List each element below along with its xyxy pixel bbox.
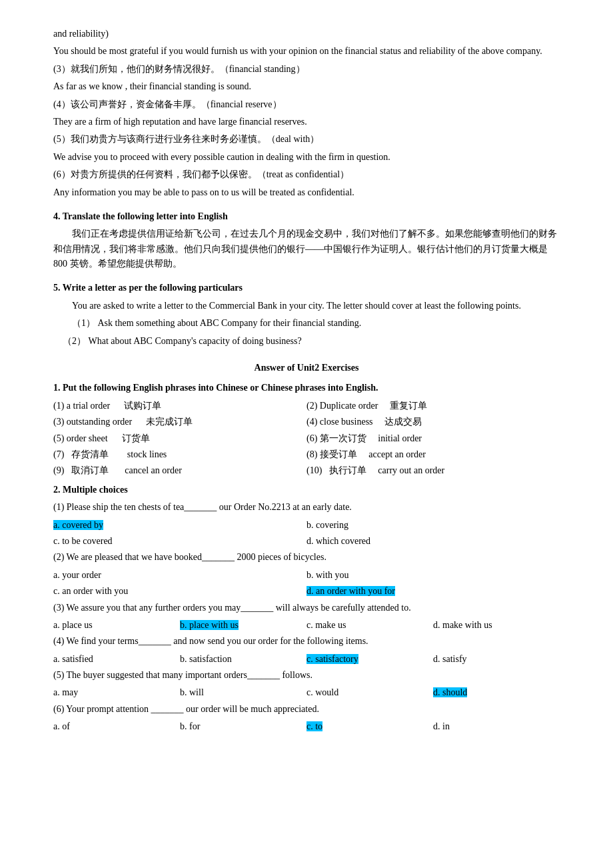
mc-container: (1) Please ship the ten chests of tea___… (53, 500, 560, 734)
vocab-right-cn-1: 达成交易 (384, 417, 422, 427)
mc-option-highlight-1-3: d. an order with you for (306, 586, 395, 596)
mc-option-0-0: a. covered by (53, 518, 306, 533)
mc-option-5-2: c. to (306, 719, 433, 734)
vocab-right-cn-3: accept an order (368, 449, 426, 459)
mc-option-5-0: a. of (53, 719, 180, 734)
section5-point-0: （1） Ask them something about ABC Company… (72, 316, 560, 331)
mc-option-highlight-0-0: a. covered by (53, 520, 103, 530)
page-content: and reliability) You should be most grat… (53, 27, 560, 735)
vocab-right-en-0: Duplicate order (320, 401, 378, 411)
intro-line-6: (5）我们劝贵方与该商行进行业务往来时务必谨慎。（deal with） (53, 132, 560, 147)
vocab-left-cn-1: 未完成订单 (146, 417, 193, 427)
mc-stem-1: (2) We are pleased that we have booked__… (53, 550, 560, 565)
vocab-row-2: (5) order sheet 订货单 (6) 第一次订货 initial or… (53, 431, 560, 446)
vocab-left-num-2: (5) (53, 433, 64, 443)
section4: 4. Translate the following letter into E… (53, 209, 560, 272)
mc-stem-3: (4) We find your terms_______ and now se… (53, 634, 560, 649)
vocab-left-num-3: (7) (53, 449, 64, 459)
vocab-left-num-4: (9) (53, 465, 64, 475)
mc-option-3-0: a. satisfied (53, 652, 180, 667)
mc-option-highlight-2-1: b. place with us (180, 620, 239, 630)
vocab-right-en-1: close business (320, 417, 373, 427)
vocab-left-cn-2: 订货单 (122, 433, 150, 443)
vocab-left-num-1: (3) (53, 417, 64, 427)
vocab-row-1: (3) outstanding order 未完成订单 (4) close bu… (53, 415, 560, 429)
mc-option-highlight-5-2: c. to (306, 721, 322, 731)
section5-body: You are asked to write a letter to the C… (53, 299, 560, 313)
vocab-right-cn-0: 重复订单 (390, 401, 427, 411)
answer-section: Answer of Unit2 Exercises 1. Put the fol… (53, 361, 560, 735)
vocab-left-en-2: order sheet (67, 433, 108, 443)
mc-option-4-1: b. will (180, 685, 306, 700)
section5-point-1: （2） What about ABC Company's capacity of… (63, 334, 560, 349)
section5: 5. Write a letter as per the following p… (53, 281, 560, 349)
mc-options-row-2: a. place usb. place with usc. make usd. … (53, 618, 560, 633)
vocab-left-en-0: a trial order (67, 401, 110, 411)
q1-title: 1. Put the following English phrases int… (53, 381, 560, 395)
vocab-right-num-1: (4) (306, 417, 317, 427)
intro-line-9: Any information you may be able to pass … (53, 185, 560, 200)
mc-option-1-3: d. an order with you for (306, 584, 560, 599)
vocab-row-0: (1) a trial order 试购订单 (2) Duplicate ord… (53, 399, 560, 413)
vocab-right-num-3: (8) (306, 449, 317, 459)
vocab-right-num-2: (6) (306, 433, 317, 443)
mc-option-5-1: b. for (180, 719, 306, 734)
mc-stem-2: (3) We assure you that any further order… (53, 601, 560, 615)
mc-option-2-2: c. make us (306, 618, 433, 633)
mc-option-0-1: b. covering (306, 518, 560, 533)
intro-line-1: You should be most grateful if you would… (53, 44, 560, 59)
mc-option-3-3: d. satisfy (433, 652, 560, 667)
intro-line-2: (3）就我们所知，他们的财务情况很好。（financial standing） (53, 62, 560, 77)
vocab-right-num-4: (10) (306, 465, 322, 475)
vocab-right-en-4: 执行订单 (329, 465, 366, 475)
intro-section: and reliability) You should be most grat… (53, 27, 560, 200)
vocab-right-cn-2: initial order (378, 433, 422, 443)
mc-option-1-2: c. an order with you (53, 584, 306, 599)
intro-line-4: (4）该公司声誉好，资金储备丰厚。（financial reserve） (53, 97, 560, 112)
mc-option-1-0: a. your order (53, 568, 306, 583)
mc-options-row-5: a. ofb. forc. tod. in (53, 719, 560, 734)
vocab-right-num-0: (2) (306, 401, 317, 411)
vocab-left-en-4: 取消订单 (71, 465, 109, 475)
mc-option-4-3: d. should (433, 685, 560, 700)
mc-option-0-2: c. to be covered (53, 534, 306, 549)
mc-stem-5: (6) Your prompt attention _______ our or… (53, 702, 560, 717)
section4-chinese: 我们正在考虑提供信用证给新飞公司，在过去几个月的现金交易中，我们对他们了解不多。… (53, 227, 560, 271)
vocab-right-en-2: 第一次订货 (320, 433, 366, 443)
answer-title: Answer of Unit2 Exercises (53, 361, 560, 375)
vocab-row-3: (7) 存货清单 stock lines (8) 接受订单 accept an … (53, 447, 560, 462)
vocab-table: (1) a trial order 试购订单 (2) Duplicate ord… (53, 399, 560, 479)
intro-line-8: (6）对贵方所提供的任何资料，我们都予以保密。（treat as confide… (53, 167, 560, 182)
mc-option-1-1: b. with you (306, 568, 560, 583)
vocab-left-num-0: (1) (53, 401, 64, 411)
mc-options-row1-0: a. covered byb. covering (53, 518, 560, 533)
mc-options-row2-1: c. an order with youd. an order with you… (53, 584, 560, 599)
section4-title: 4. Translate the following letter into E… (53, 209, 560, 224)
vocab-right-en-3: 接受订单 (320, 449, 357, 459)
vocab-left-cn-4: cancel an order (125, 465, 182, 475)
vocab-row-4: (9) 取消订单 cancel an order (10) 执行订单 carry… (53, 463, 560, 478)
vocab-left-cn-3: stock lines (127, 449, 167, 459)
mc-option-2-0: a. place us (53, 618, 180, 633)
mc-options-row1-1: a. your orderb. with you (53, 568, 560, 583)
mc-option-2-1: b. place with us (180, 618, 306, 633)
section5-title: 5. Write a letter as per the following p… (53, 281, 560, 295)
intro-line-3: As far as we know , their financial stan… (53, 79, 560, 94)
vocab-right-cn-4: carry out an order (378, 465, 444, 475)
intro-line-7: We advise you to proceed with every poss… (53, 150, 560, 165)
mc-option-5-3: d. in (433, 719, 560, 734)
mc-stem-0: (1) Please ship the ten chests of tea___… (53, 500, 560, 515)
mc-option-3-1: b. satisfaction (180, 652, 306, 667)
mc-option-3-2: c. satisfactory (306, 652, 433, 667)
mc-option-0-3: d. which covered (306, 534, 560, 549)
mc-stem-4: (5) The buyer suggested that many import… (53, 668, 560, 683)
q2-title: 2. Multiple choices (53, 483, 560, 497)
mc-options-row2-0: c. to be coveredd. which covered (53, 534, 560, 549)
vocab-left-en-3: 存货清单 (71, 449, 109, 459)
intro-line-0: and reliability) (53, 27, 560, 41)
mc-option-highlight-4-3: d. should (433, 687, 467, 697)
vocab-left-cn-0: 试购订单 (124, 401, 161, 411)
mc-options-row-3: a. satisfiedb. satisfactionc. satisfacto… (53, 652, 560, 667)
mc-option-4-0: a. may (53, 685, 180, 700)
mc-option-highlight-3-2: c. satisfactory (306, 654, 358, 664)
